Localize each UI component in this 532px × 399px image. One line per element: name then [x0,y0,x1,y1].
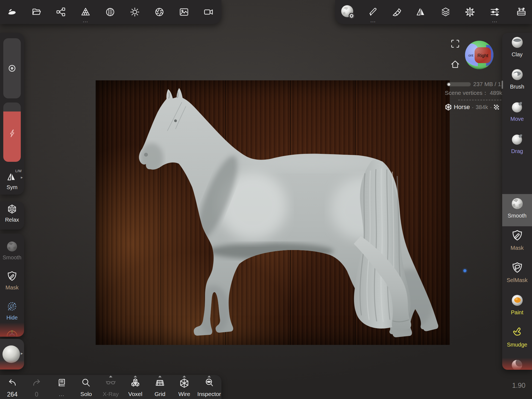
right-tool-list: Clay Brush Move Drag Smooth Mask [502,33,532,370]
tool-planar[interactable]: Planar [502,355,532,370]
undo-button[interactable]: 264 [0,375,25,399]
voxel-button[interactable]: Voxel [123,375,148,399]
move-preview [511,101,524,113]
wire-label: Wire [178,391,190,397]
xray-label: X-Ray [103,391,119,397]
relax-label: Relax [5,217,19,223]
fullscreen-icon[interactable] [451,39,460,48]
inspector-button[interactable]: Inspector [197,375,221,399]
solo-label: Solo [80,391,92,397]
scene-object-row[interactable]: Horse · 384k · [445,103,502,111]
tool-drag-label: Drag [511,148,523,154]
xray-button[interactable]: X-Ray [98,375,123,399]
right-toolbar-handle[interactable] [502,81,503,89]
undo-count: 264 [7,391,17,398]
stylus-pen-icon[interactable] [368,7,378,17]
sun-lighting-icon[interactable] [130,7,140,17]
tool-drag[interactable]: Drag [502,130,532,162]
toolbox-icon[interactable] [516,7,527,17]
gizmo-icon[interactable] [6,330,18,337]
top-left-toolbar: ... [0,0,221,24]
memory-bar [447,82,471,86]
selmask-shield-icon [511,262,523,274]
settings-gear-icon[interactable] [465,7,475,17]
horse-sculpture[interactable] [96,80,450,345]
relax-panel[interactable]: Relax [0,201,24,230]
tool-paint[interactable]: Paint [502,291,532,323]
tool-brush[interactable]: Brush [502,65,532,97]
hide-left-label: Hide [6,315,17,321]
wire-button[interactable]: Wire [172,375,197,399]
nav-right-label: Right [477,53,488,58]
tool-brush-label: Brush [510,84,524,90]
sym-label: Sym [7,184,17,190]
symmetry-button[interactable]: L/W ▸ Sym [0,169,24,195]
redo-icon [31,378,42,389]
intensity-slider[interactable] [3,102,21,162]
smooth-preview [511,197,524,210]
matcap-chevron-icon: ▸ [21,351,23,356]
cursor-dot [463,269,466,272]
drag-preview [511,133,524,145]
tool-smudge[interactable]: Smudge [502,323,532,355]
redo-button[interactable]: 0 [24,375,49,399]
inspector-label: Inspector [197,391,221,397]
textured-sphere-icon[interactable] [105,7,115,17]
memory-bar-knob [448,83,450,86]
planar-preview [511,359,524,370]
zoom-level: 1.90 [512,382,525,389]
mask-shield-icon [7,271,17,282]
object-count: 384k [476,104,488,110]
camera-aperture-icon[interactable] [154,7,165,17]
hide-tool-left[interactable]: Hide [0,299,24,326]
tool-selmask[interactable]: SelMask [502,259,532,291]
video-camera-icon[interactable] [203,7,214,17]
caret-up-icon [134,375,137,377]
tool-mask-label: Mask [511,245,524,251]
folder-icon[interactable] [31,7,42,17]
tool-mask[interactable]: Mask [502,226,532,259]
sliders-more-dots: ... [492,20,498,22]
background-image-icon[interactable] [179,7,189,17]
matcap-sphere [2,345,20,363]
checker-icon [494,104,499,110]
inspector-eye-icon [204,378,215,389]
paintbrush-icon[interactable] [392,7,402,17]
layers-icon[interactable] [440,7,451,17]
memory-text: 237 MB / 1.4 [473,81,502,87]
app-logo-icon[interactable] [7,7,17,17]
tool-smudge-label: Smudge [507,342,527,348]
matcap-panel[interactable]: ▸ [0,339,24,369]
mask-left-label: Mask [5,284,19,291]
scene-stats: 237 MB / 1.4 Scene vertices： 489k Horse … [445,81,502,111]
solo-magnifier-icon [81,378,92,389]
tool-clay-label: Clay [511,51,522,58]
mask-tool-left[interactable]: Mask [0,269,24,296]
node-graph-icon[interactable] [56,7,66,17]
tool-selmask-label: SelMask [507,277,528,283]
navigation-sphere[interactable]: Right ont [464,40,494,70]
tool-smooth[interactable]: Smooth [502,194,532,226]
grid-label: Grid [154,391,165,397]
multires-pyramid-icon[interactable] [80,7,91,17]
material-sphere-icon[interactable] [340,4,355,20]
clay-brush-preview [511,36,524,49]
viewport-wood-backdrop[interactable] [96,80,450,345]
solo-button[interactable]: Solo [74,375,98,399]
undo-icon [7,378,18,389]
bottom-toolbar: 264 0 ... Solo X-Ray [0,375,221,399]
tool-clay[interactable]: Clay [502,33,532,65]
home-icon[interactable] [450,60,460,69]
history-button[interactable]: ... [49,375,74,399]
tool-move[interactable]: Move [502,97,532,130]
tool-paint-label: Paint [511,309,524,316]
radius-slider[interactable] [3,38,21,98]
voxel-cubes-icon [130,378,141,389]
sliders-icon[interactable] [490,7,500,17]
caret-up-icon [183,375,186,377]
smooth-tool-left[interactable]: Smooth [0,239,24,266]
top-right-toolbar: ... ... [335,0,532,24]
symmetry-icon[interactable] [416,7,426,17]
sep-dot: · [490,104,492,110]
grid-button[interactable]: Grid [148,375,172,399]
